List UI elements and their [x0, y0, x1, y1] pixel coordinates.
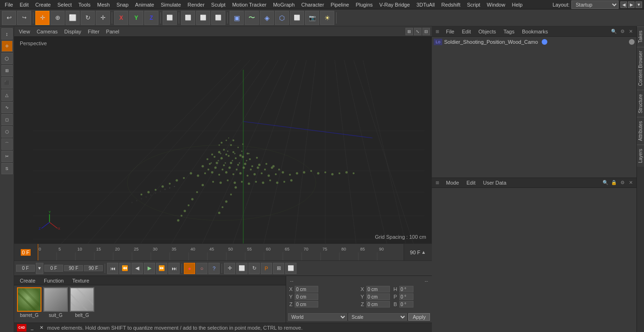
menu-plugins[interactable]: Plugins — [353, 1, 375, 8]
redo-button[interactable]: ↪ — [17, 11, 31, 25]
sb-model[interactable]: ⬡ — [1, 53, 13, 64]
menu-window[interactable]: Window — [484, 1, 508, 8]
menu-simulate[interactable]: Simulate — [158, 1, 184, 8]
menu-snap[interactable]: Snap — [114, 1, 132, 8]
sb-paint[interactable]: ∿ — [1, 102, 13, 113]
pb-extra2[interactable]: ⬜ — [236, 263, 248, 274]
pb-play-forward[interactable]: ▶ — [144, 263, 155, 274]
attr-menu-userdata[interactable]: User Data — [480, 179, 510, 186]
attr-menu-mode[interactable]: Mode — [443, 179, 462, 186]
mat-menu-function[interactable]: Function — [41, 277, 66, 284]
pb-extra5[interactable]: ⊞ — [273, 263, 284, 274]
obj-menu-file[interactable]: File — [443, 28, 457, 35]
spline-btn[interactable]: 〜 — [245, 11, 259, 25]
vp-menu-panel[interactable]: Panel — [103, 28, 122, 35]
tool-scale-btn[interactable]: ⬜ — [66, 11, 80, 25]
axis-y-btn[interactable]: Y — [129, 11, 143, 25]
viewport-3d[interactable]: Perspective — [14, 37, 432, 243]
null-btn[interactable]: ⬜ — [290, 11, 304, 25]
cube-btn[interactable]: ▣ — [230, 11, 244, 25]
vp-menu-cameras[interactable]: Cameras — [34, 28, 61, 35]
menu-pipeline[interactable]: Pipeline — [328, 1, 352, 8]
pb-record-btn[interactable]: ● — [184, 263, 195, 274]
pb-goto-start[interactable]: ⏮ — [107, 263, 118, 274]
render-region-btn[interactable]: ⬜ — [181, 11, 195, 25]
sb-texture[interactable]: ⊞ — [1, 65, 13, 76]
coord-y2-input[interactable] — [366, 293, 390, 300]
vp-layout-btn[interactable]: ⊟ — [422, 28, 430, 35]
menu-select[interactable]: Select — [55, 1, 75, 8]
attr-search-icon[interactable]: 🔍 — [602, 179, 609, 186]
obj-search-icon[interactable]: 🔍 — [610, 28, 618, 35]
vp-menu-view[interactable]: View — [16, 28, 33, 35]
frame-input-start[interactable] — [16, 265, 35, 272]
menu-render[interactable]: Render — [185, 1, 207, 8]
menu-3dtall[interactable]: 3DTuAll — [413, 1, 438, 8]
tab-content-browser[interactable]: Content Browser — [637, 47, 644, 89]
tool-rotate-btn[interactable]: ↻ — [81, 11, 95, 25]
menu-motion-tracker[interactable]: Motion Tracker — [229, 1, 269, 8]
attr-close-icon[interactable]: ✕ — [627, 179, 635, 186]
layout-prev-arrow[interactable]: ◀ — [620, 1, 627, 8]
axis-z-btn[interactable]: Z — [144, 11, 158, 25]
light-btn[interactable]: ☀ — [320, 11, 334, 25]
scale-dropdown[interactable]: Scale — [348, 313, 407, 321]
menu-vray[interactable]: V-Ray Bridge — [377, 1, 413, 8]
menu-edit[interactable]: Edit — [17, 1, 32, 8]
timeline-end-arrow[interactable]: ▲ — [421, 250, 426, 255]
mat-item-barret[interactable]: barret_G — [17, 287, 41, 318]
sb-sculpt[interactable]: △ — [1, 89, 13, 101]
menu-create[interactable]: Create — [33, 1, 54, 8]
obj-menu-objects[interactable]: Objects — [476, 28, 499, 35]
obj-menu-edit[interactable]: Edit — [459, 28, 474, 35]
render-all-btn[interactable]: ⬜ — [211, 11, 225, 25]
pb-extra3[interactable]: ↻ — [248, 263, 260, 274]
coord-y-input[interactable] — [295, 293, 318, 300]
pb-step-back[interactable]: ⏪ — [119, 263, 131, 274]
coord-z-input[interactable] — [295, 301, 318, 308]
pb-help-btn[interactable]: ? — [208, 263, 220, 274]
tool-plus-btn[interactable]: ✛ — [96, 11, 110, 25]
menu-mograph[interactable]: MoGraph — [270, 1, 297, 8]
sb-polygons[interactable]: ⬡ — [1, 126, 13, 138]
attr-lock-icon[interactable]: 🔒 — [610, 179, 618, 186]
frame-input-fps[interactable] — [44, 265, 63, 272]
pb-goto-end[interactable]: ⏭ — [168, 263, 180, 274]
sb-selection[interactable]: ◻ — [1, 114, 13, 125]
tab-takes[interactable]: Takes — [637, 26, 644, 47]
menu-tools[interactable]: Tools — [75, 1, 93, 8]
menu-script[interactable]: Script — [464, 1, 483, 8]
obj-close-icon[interactable]: ✕ — [627, 28, 635, 35]
layout-next-arrow[interactable]: ▶ — [628, 1, 635, 8]
pb-extra4[interactable]: P — [261, 263, 272, 274]
obj-settings-icon[interactable]: ⚙ — [619, 28, 626, 35]
nurbs-btn[interactable]: ◈ — [260, 11, 274, 25]
pb-play-back[interactable]: ◀ — [132, 263, 143, 274]
menu-file[interactable]: File — [2, 1, 16, 8]
vp-menu-filter[interactable]: Filter — [85, 28, 102, 35]
sb-live-sel[interactable]: S — [1, 163, 13, 174]
pb-step-forward[interactable]: ⏩ — [156, 263, 167, 274]
coord-z2-input[interactable] — [366, 301, 390, 308]
mat-menu-texture[interactable]: Texture — [69, 277, 92, 284]
sb-move[interactable]: ↕ — [1, 28, 13, 40]
menu-sculpt[interactable]: Sculpt — [208, 1, 229, 8]
vp-menu-display[interactable]: Display — [61, 28, 84, 35]
tab-attributes[interactable]: Attributes — [637, 117, 644, 145]
sb-select[interactable]: ✛ — [1, 40, 13, 52]
coord-h-input[interactable] — [399, 286, 413, 292]
coord-x2-input[interactable] — [366, 286, 390, 292]
attr-settings-icon[interactable]: ⚙ — [619, 179, 626, 186]
coord-b-input[interactable] — [399, 301, 413, 308]
vp-expand-btn[interactable]: ⤡ — [414, 28, 421, 35]
pb-autokey-btn[interactable]: ○ — [196, 263, 207, 274]
obj-menu-bookmarks[interactable]: Bookmarks — [519, 28, 551, 35]
mat-item-suit[interactable]: suit_G — [43, 287, 68, 318]
tab-structure[interactable]: Structure — [637, 90, 644, 117]
tool-mode-btn[interactable]: ✛ — [35, 11, 50, 25]
tab-layers[interactable]: Layers — [637, 145, 644, 167]
coord-x-input[interactable] — [295, 286, 318, 292]
timeline-current-frame[interactable]: 0 F — [21, 249, 31, 256]
apply-button[interactable]: Apply — [408, 313, 430, 321]
obj-item-soldier[interactable]: Lo Soldier_Shooting_Position_Wood_Camo — [432, 37, 636, 47]
